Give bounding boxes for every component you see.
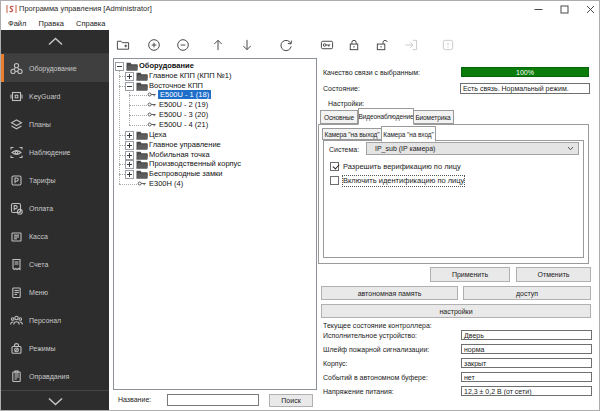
- tree-expander-collapsed[interactable]: [125, 141, 134, 150]
- tree-expander-collapsed[interactable]: [125, 131, 134, 140]
- sidebar-item-payment[interactable]: Оплата: [1, 194, 109, 222]
- menu-icon: [10, 286, 23, 299]
- enter-door-button[interactable]: [403, 36, 420, 53]
- sidebar-scroll-down-button[interactable]: [1, 390, 109, 411]
- sidebar-item-menu[interactable]: Меню: [1, 278, 109, 306]
- status-row-value-box: нет: [461, 372, 592, 382]
- sidebar-item-label: Оборудование: [29, 65, 77, 72]
- system-label: Система:: [329, 145, 359, 155]
- folder-icon: [136, 159, 148, 169]
- status-row-label: Напряжение питания:: [323, 387, 394, 397]
- surveillance-icon: [10, 146, 23, 159]
- invoices-icon: [10, 258, 23, 271]
- search-input[interactable]: [167, 394, 259, 406]
- controller-icon: [147, 90, 158, 100]
- tree-connector: [119, 184, 137, 185]
- folder-icon: [136, 130, 148, 140]
- lock-open-icon: [375, 38, 389, 52]
- face-identification-label[interactable]: Включить идентификацию по лицу: [343, 176, 464, 186]
- tree-node[interactable]: Производственный корпус: [149, 159, 241, 169]
- sidebar-item-label: Оправдания: [29, 373, 69, 380]
- access-button[interactable]: доступ: [463, 286, 591, 300]
- tree-expander-collapsed[interactable]: [125, 72, 134, 81]
- tree-node-label: Главное КПП (КПП №1): [149, 71, 231, 80]
- tree-node[interactable]: E500U - 1 (18): [159, 90, 211, 100]
- sidebar-item-tariffs[interactable]: Тарифы: [1, 166, 109, 194]
- menu-help[interactable]: Справка: [71, 17, 110, 30]
- folder-icon: [136, 140, 148, 150]
- tree-node[interactable]: Оборудование: [139, 61, 194, 71]
- tree-node[interactable]: Главное КПП (КПП №1): [149, 71, 231, 81]
- minimize-button[interactable]: [525, 1, 551, 17]
- refresh-icon: [279, 38, 293, 52]
- keyguard-icon: [10, 90, 23, 103]
- tab-camera-entry[interactable]: Камера "на вход": [381, 126, 436, 142]
- autonomous-memory-button[interactable]: автономная память: [321, 286, 458, 300]
- controller-icon: [147, 120, 158, 130]
- move-up-button[interactable]: [210, 36, 227, 53]
- sidebar-item-label: Касса: [29, 233, 48, 240]
- sidebar-item-plans[interactable]: Планы: [1, 110, 109, 138]
- tree-node-label-selected[interactable]: E500U - 1 (18): [158, 90, 211, 99]
- tree-expander-collapsed[interactable]: [125, 160, 134, 169]
- tree-expander-expanded[interactable]: [115, 62, 124, 71]
- key-button[interactable]: [319, 36, 336, 53]
- settings-button[interactable]: настройки: [321, 304, 591, 318]
- status-row-label: Корпус:: [323, 359, 348, 369]
- maximize-button[interactable]: [551, 1, 577, 17]
- menu-file[interactable]: Файл: [1, 17, 31, 30]
- folder-icon: [136, 169, 148, 179]
- status-row-label: Событий в автономном буфере:: [323, 373, 428, 383]
- unlock-button[interactable]: [374, 36, 391, 53]
- move-down-button[interactable]: [239, 36, 256, 53]
- tree-node[interactable]: Главное управление: [149, 140, 221, 150]
- sidebar-item-invoices[interactable]: Счета: [1, 250, 109, 278]
- refresh-button[interactable]: [278, 36, 295, 53]
- tree-node[interactable]: E500U - 2 (19): [159, 100, 208, 110]
- zoom-out-button[interactable]: [175, 36, 192, 53]
- face-verification-checkbox[interactable]: [330, 162, 339, 171]
- tree-expander-collapsed[interactable]: [125, 151, 134, 160]
- payment-icon: [10, 202, 23, 215]
- tab-video-surveillance[interactable]: Видеонаблюдение: [358, 108, 414, 125]
- zoom-in-button[interactable]: [146, 36, 163, 53]
- sidebar-item-modes[interactable]: Режимы: [1, 334, 109, 362]
- add-folder-button[interactable]: [115, 36, 132, 53]
- sidebar-item-keyguard[interactable]: KeyGuard: [1, 82, 109, 110]
- arrow-down-icon: [240, 38, 254, 52]
- cancel-button[interactable]: Отменить: [516, 267, 591, 282]
- key-icon: [320, 38, 334, 52]
- sidebar-item-label: Меню: [29, 289, 48, 296]
- search-button[interactable]: Поиск: [269, 394, 313, 407]
- system-combobox-value: IP_sub (IP камера): [375, 145, 435, 152]
- tab-camera-exit[interactable]: Камера "на выход": [322, 128, 382, 140]
- lock-closed-icon: [347, 38, 361, 52]
- tree-node[interactable]: E500U - 3 (20): [159, 110, 208, 120]
- menu-edit[interactable]: Правка: [34, 17, 69, 30]
- sidebar-item-label: Тарифы: [29, 177, 55, 184]
- sidebar-item-staff[interactable]: Персонал: [1, 306, 109, 334]
- tree-node[interactable]: Цеха: [149, 130, 166, 140]
- lock-button[interactable]: [346, 36, 363, 53]
- apply-button[interactable]: Применить: [430, 267, 510, 282]
- tree-node[interactable]: Беспроводные замки: [149, 169, 223, 179]
- tab-biometrics[interactable]: Биометрика: [412, 110, 454, 124]
- close-button[interactable]: [577, 1, 600, 17]
- state-label: Состояние:: [323, 84, 360, 94]
- tree-node[interactable]: E300H (4): [149, 179, 183, 189]
- sidebar-item-excuses[interactable]: Оправдания: [1, 362, 109, 390]
- zoom-in-icon: [147, 38, 161, 52]
- face-verification-label[interactable]: Разрешить верификацию по лицу: [343, 162, 461, 172]
- sidebar-item-surveillance[interactable]: Наблюдение: [1, 138, 109, 166]
- info-button[interactable]: [440, 36, 457, 53]
- sidebar-item-cash-desk[interactable]: Касса: [1, 222, 109, 250]
- tree-expander-collapsed[interactable]: [125, 170, 134, 179]
- system-combobox[interactable]: IP_sub (IP камера): [366, 142, 579, 155]
- controller-icon: [147, 110, 158, 120]
- sidebar-scroll-up-button[interactable]: [1, 30, 109, 54]
- tree-expander-expanded[interactable]: [125, 82, 134, 91]
- sidebar-item-equipment[interactable]: Оборудование: [1, 54, 109, 82]
- tab-general[interactable]: Основные: [320, 110, 358, 124]
- tree-node[interactable]: E500U - 4 (21): [159, 120, 208, 130]
- face-identification-checkbox[interactable]: [330, 176, 339, 185]
